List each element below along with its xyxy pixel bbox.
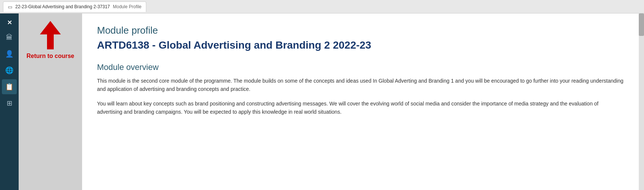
- tab-bar: ▭ 22-23-Global Advertising and Branding …: [0, 0, 644, 13]
- browser-tab[interactable]: ▭ 22-23-Global Advertising and Branding …: [3, 1, 146, 12]
- scrollbar-thumb[interactable]: [639, 13, 644, 36]
- sidebar-item-document[interactable]: 📋: [2, 79, 17, 94]
- sidebar-item-institution[interactable]: 🏛: [2, 30, 17, 45]
- module-overview-heading: Module overview: [97, 62, 624, 72]
- module-profile-heading: Module profile: [97, 25, 624, 36]
- return-to-course-label: Return to course: [26, 52, 74, 60]
- document-icon: 📋: [5, 83, 13, 91]
- content-area: Module profile ARTD6138 - Global Adverti…: [82, 13, 639, 190]
- return-to-course-button[interactable]: Return to course: [26, 21, 74, 60]
- sidebar-item-grid[interactable]: ⊞: [2, 96, 17, 111]
- grid-icon: ⊞: [7, 99, 12, 107]
- close-button[interactable]: ✕: [3, 16, 16, 28]
- scrollbar[interactable]: [639, 13, 644, 190]
- sidebar: ✕ 🏛 👤 🌐 📋 ⊞: [0, 13, 19, 190]
- globe-icon: 🌐: [5, 66, 13, 74]
- sidebar-item-globe[interactable]: 🌐: [2, 63, 17, 78]
- sidebar-item-user[interactable]: 👤: [2, 46, 17, 61]
- arrow-up-icon: [40, 21, 61, 34]
- monitor-icon: ▭: [8, 4, 12, 10]
- return-panel: Return to course: [19, 13, 82, 190]
- tab-course-label: 22-23-Global Advertising and Branding 2-…: [15, 4, 110, 9]
- module-overview-paragraph-2: You will learn about key concepts such a…: [97, 99, 624, 116]
- module-overview-paragraph-1: This module is the second core module of…: [97, 77, 624, 94]
- arrow-shaft: [47, 34, 54, 49]
- main-container: ✕ 🏛 👤 🌐 📋 ⊞ Return to course Module prof…: [0, 13, 644, 190]
- institution-icon: 🏛: [6, 34, 13, 42]
- module-title: ARTD6138 - Global Advertising and Brandi…: [97, 39, 624, 51]
- close-icon: ✕: [7, 19, 12, 26]
- tab-module-profile-label: Module Profile: [113, 4, 142, 9]
- user-icon: 👤: [5, 50, 13, 58]
